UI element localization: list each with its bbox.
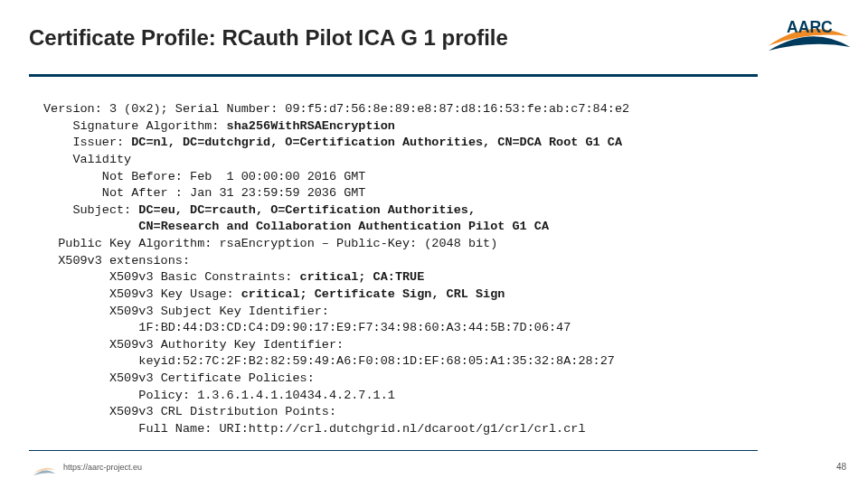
cert-aki-label: X509v3 Authority Key Identifier: [109,338,344,352]
logo-swoosh-icon: AARC [765,9,852,63]
cert-subject-line2: CN=Research and Collaboration Authentica… [138,220,549,233]
cert-version: Version: 3 (0x2); Serial Number: 09:f5:d… [43,102,629,116]
aarc-logo: AARC [765,9,852,67]
cert-aki-value: keyid:52:7C:2F:B2:82:59:49:A6:F0:08:1D:E… [138,354,615,368]
slide: Certificate Profile: RCauth Pilot ICA G … [0,0,868,488]
cert-bc-value: critical; CA:TRUE [300,270,425,284]
cert-crl-value: Full Name: URI:http://crl.dutchgrid.nl/d… [138,422,585,436]
page-title: Certificate Profile: RCauth Pilot ICA G … [29,25,508,51]
cert-pubkey: Public Key Algorithm: rsaEncryption – Pu… [58,237,497,250]
cert-not-after: Not After : Jan 31 23:59:59 2036 GMT [102,186,366,200]
page-number: 48 [836,462,846,472]
cert-sigalg-label: Signature Algorithm: [72,119,226,133]
cert-ski-value: 1F:BD:44:D3:CD:C4:D9:90:17:E9:F7:34:98:6… [138,321,571,334]
certificate-dump: Version: 3 (0x2); Serial Number: 09:f5:d… [43,101,830,438]
divider-top [29,74,758,77]
cert-issuer-label: Issuer: [72,136,131,149]
cert-subject-label: Subject: [72,203,138,217]
footer-logo-icon [33,463,56,477]
cert-sigalg-value: sha256WithRSAEncryption [227,119,395,133]
cert-pol-label: X509v3 Certificate Policies: [109,371,315,385]
svg-text:AARC: AARC [787,18,833,36]
cert-subject-line1: DC=eu, DC=rcauth, O=Certification Author… [138,203,476,217]
cert-pol-value: Policy: 1.3.6.1.4.1.10434.4.2.7.1.1 [138,389,395,402]
cert-ku-value: critical; Certificate Sign, CRL Sign [241,287,505,301]
cert-ku-label: X509v3 Key Usage: [109,287,241,301]
cert-not-before: Not Before: Feb 1 00:00:00 2016 GMT [102,170,366,183]
cert-ski-label: X509v3 Subject Key Identifier: [109,305,329,318]
cert-crl-label: X509v3 CRL Distribution Points: [109,405,336,418]
cert-ext-header: X509v3 extensions: [58,254,190,267]
divider-bottom [29,450,758,451]
cert-validity-label: Validity [72,153,131,166]
cert-issuer-value: DC=nl, DC=dutchgrid, O=Certification Aut… [131,136,622,149]
footer-url: https://aarc-project.eu [63,463,142,472]
cert-bc-label: X509v3 Basic Constraints: [109,270,300,284]
